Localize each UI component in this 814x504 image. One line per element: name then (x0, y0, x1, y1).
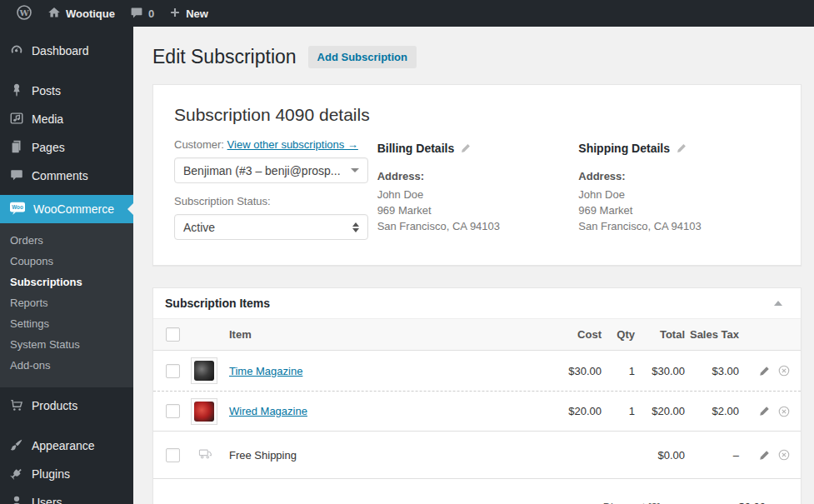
shipping-address-label: Address: (578, 170, 780, 182)
shipping-method-name: Free Shipping (229, 449, 543, 462)
dashboard-icon (9, 42, 24, 60)
item-qty: 1 (602, 365, 635, 377)
main-content: Edit Subscription Add Subscription Subsc… (133, 27, 814, 504)
sidebar-item-comments[interactable]: Comments (0, 162, 133, 190)
media-icon (9, 111, 24, 128)
delete-item-icon[interactable] (777, 448, 791, 462)
sidebar-item-appearance[interactable]: Appearance (0, 432, 133, 460)
menu-separator (0, 420, 133, 432)
chevron-down-icon (351, 168, 359, 172)
sidebar-item-label: Appearance (32, 439, 95, 452)
new-content-button[interactable]: New (162, 0, 216, 27)
add-subscription-button[interactable]: Add Subscription (308, 46, 417, 68)
woocommerce-submenu: Orders Coupons Subscriptions Reports Set… (0, 223, 133, 387)
column-header-total: Total (635, 328, 685, 341)
customer-select[interactable]: Benjiman (#3 – benji@prosp... (174, 157, 368, 183)
shipping-address-line: 969 Market (578, 202, 780, 218)
collapse-panel-icon[interactable] (774, 301, 782, 306)
plugin-icon (9, 466, 24, 483)
column-header-cost: Cost (543, 328, 602, 341)
sidebar-item-users[interactable]: Users (0, 488, 133, 504)
cart-icon (9, 397, 24, 415)
shipping-total: $0.00 (635, 449, 685, 462)
item-total: $30.00 (635, 365, 685, 377)
submenu-item-orders[interactable]: Orders (0, 230, 133, 251)
edit-item-pencil-icon[interactable] (758, 405, 771, 417)
admin-sidebar: Dashboard Posts Media Pages Comments Woo… (0, 27, 133, 504)
comment-bubble-icon (130, 6, 143, 22)
page-title: Edit Subscription (152, 45, 297, 69)
items-table-header: Item Cost Qty Total Sales Tax (153, 319, 801, 351)
submenu-item-settings[interactable]: Settings (0, 313, 133, 334)
subscription-status-select[interactable]: Active (174, 214, 368, 240)
wordpress-logo-icon: W (16, 4, 32, 23)
submenu-item-subscriptions[interactable]: Subscriptions (0, 272, 133, 292)
item-sales-tax: $3.00 (685, 365, 739, 377)
shipping-truck-icon (197, 447, 212, 461)
product-thumbnail (191, 398, 217, 425)
menu-separator (0, 65, 133, 77)
submenu-item-addons[interactable]: Add-ons (0, 355, 133, 376)
user-icon (9, 494, 24, 504)
home-icon (47, 6, 61, 22)
delete-item-icon[interactable] (777, 364, 791, 377)
select-item-checkbox[interactable] (166, 404, 180, 418)
edit-item-pencil-icon[interactable] (758, 365, 771, 377)
subscription-status-label: Subscription Status: (174, 195, 377, 207)
discount-value: $0.00 (663, 501, 766, 504)
edit-item-pencil-icon[interactable] (758, 449, 771, 462)
submenu-item-system-status[interactable]: System Status (0, 334, 133, 355)
select-item-checkbox[interactable] (166, 448, 180, 462)
select-all-checkbox[interactable] (166, 327, 180, 342)
edit-billing-pencil-icon[interactable] (460, 142, 472, 154)
sidebar-item-posts[interactable]: Posts (0, 77, 133, 105)
sidebar-item-woocommerce[interactable]: Woo WooCommerce (0, 195, 133, 223)
submenu-item-reports[interactable]: Reports (0, 292, 133, 313)
new-label: New (186, 7, 208, 20)
discount-label: Discount [?]: (480, 501, 663, 504)
view-other-subscriptions-link[interactable]: View other subscriptions → (227, 138, 358, 151)
shipping-items-section: Free Shipping $0.00 – (153, 431, 801, 479)
order-totals-section: Discount [?]: $0.00 Shipping [?]: $0.00 (153, 479, 801, 504)
delete-item-icon[interactable] (777, 405, 791, 418)
billing-address-label: Address: (377, 170, 579, 182)
table-row: Wired Magazine $20.00 1 $20.00 $2.00 (153, 391, 801, 431)
sidebar-item-dashboard[interactable]: Dashboard (0, 37, 133, 65)
sidebar-item-label: WooCommerce (33, 202, 114, 216)
billing-address-line: John Doe (377, 187, 579, 202)
wordpress-logo-button[interactable]: W (8, 0, 40, 27)
comments-admin-button[interactable]: 0 (122, 0, 162, 27)
active-menu-arrow (127, 203, 133, 215)
shipping-address-line: San Francisco, CA 94103 (578, 218, 780, 234)
pushpin-icon (9, 82, 24, 100)
pages-icon (9, 139, 24, 157)
shipping-details-column: Shipping Details Address: John Doe 969 M… (578, 138, 780, 240)
sidebar-item-label: Media (32, 112, 63, 126)
billing-details-title: Billing Details (377, 142, 455, 155)
sidebar-item-media[interactable]: Media (0, 105, 133, 133)
select-item-checkbox[interactable] (166, 364, 180, 378)
item-total: $20.00 (635, 405, 685, 417)
column-header-item: Item (229, 328, 543, 341)
sidebar-item-pages[interactable]: Pages (0, 133, 133, 162)
product-link[interactable]: Wired Magazine (229, 405, 307, 417)
sidebar-item-products[interactable]: Products (0, 392, 133, 420)
woocommerce-icon: Woo (9, 201, 26, 218)
edit-shipping-pencil-icon[interactable] (676, 142, 687, 154)
customer-select-value: Benjiman (#3 – benji@prosp... (183, 164, 341, 177)
column-header-qty: Qty (602, 328, 635, 341)
item-cost: $30.00 (543, 365, 602, 377)
sidebar-item-label: Plugins (32, 467, 70, 481)
sidebar-item-label: Comments (32, 169, 88, 182)
table-row: Time Magazine $30.00 1 $30.00 $3.00 (153, 351, 801, 391)
submenu-item-coupons[interactable]: Coupons (0, 251, 133, 272)
sidebar-item-plugins[interactable]: Plugins (0, 460, 133, 488)
updown-arrows-icon (352, 222, 359, 232)
sidebar-item-label: Pages (32, 141, 65, 154)
product-link[interactable]: Time Magazine (229, 365, 302, 377)
site-menu-button[interactable]: Wootique (40, 0, 122, 27)
admin-bar: W Wootique 0 New (0, 0, 814, 27)
brush-icon (9, 437, 24, 455)
sidebar-item-label: Products (32, 399, 77, 412)
shipping-address-line: John Doe (578, 187, 780, 202)
